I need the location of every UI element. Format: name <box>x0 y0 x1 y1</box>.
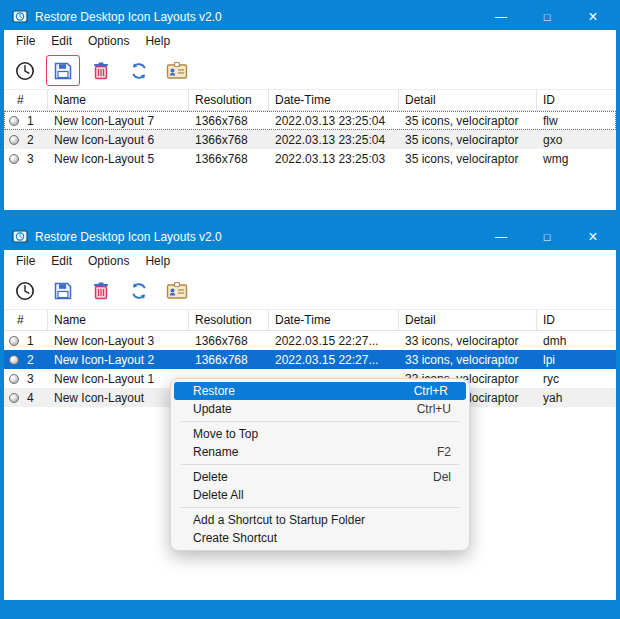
menu-help[interactable]: Help <box>137 251 178 271</box>
row-number: 2 <box>27 133 34 147</box>
row-radio[interactable] <box>9 116 19 126</box>
row-number-cell: 2 <box>4 130 48 149</box>
menu-file[interactable]: File <box>8 31 43 51</box>
refresh-button[interactable] <box>122 275 156 306</box>
context-menu-item-add-shortcut-startup[interactable]: Add a Shortcut to Startup Folder <box>171 511 469 529</box>
app-icon <box>12 229 28 245</box>
context-menu-item-delete[interactable]: Delete Del <box>171 468 469 486</box>
menu-file[interactable]: File <box>8 251 43 271</box>
row-name: New Icon-Layout 7 <box>48 111 189 130</box>
header-resolution[interactable]: Resolution <box>189 90 269 110</box>
menu-options[interactable]: Options <box>80 251 137 271</box>
row-radio[interactable] <box>9 393 19 403</box>
delete-layout-button[interactable] <box>84 55 118 86</box>
table-header: # Name Resolution Date-Time Detail ID <box>4 90 616 111</box>
header-number[interactable]: # <box>4 310 48 330</box>
row-radio[interactable] <box>9 374 19 384</box>
restore-clock-button[interactable] <box>8 275 42 306</box>
header-id[interactable]: ID <box>537 90 616 110</box>
row-id: ryc <box>537 369 616 388</box>
row-detail: 35 icons, velociraptor <box>399 149 537 168</box>
menu-bar: File Edit Options Help <box>4 250 616 272</box>
details-badge-button[interactable] <box>160 55 194 86</box>
refresh-button[interactable] <box>122 55 156 86</box>
row-number-cell: 1 <box>4 111 48 130</box>
row-datetime: 2022.03.13 23:25:03 <box>269 149 399 168</box>
maximize-button[interactable]: □ <box>524 4 570 30</box>
title-bar[interactable]: Restore Desktop Icon Layouts v2.0 — □ × <box>4 4 616 30</box>
close-button[interactable]: × <box>570 224 616 250</box>
row-number-cell: 4 <box>4 388 48 407</box>
header-id[interactable]: ID <box>537 310 616 330</box>
row-number: 4 <box>27 391 34 405</box>
menu-item-shortcut: Ctrl+R <box>414 384 448 398</box>
clock-restore-icon <box>14 60 36 82</box>
row-resolution: 1366x768 <box>189 149 269 168</box>
app-icon <box>12 9 28 25</box>
row-name: New Icon-Layout 6 <box>48 130 189 149</box>
context-menu-item-rename[interactable]: Rename F2 <box>171 443 469 461</box>
menu-item-label: Add a Shortcut to Startup Folder <box>193 513 439 527</box>
context-menu: Restore Ctrl+R Update Ctrl+U Move to Top… <box>170 378 470 551</box>
table-row[interactable]: 1 New Icon-Layout 7 1366x768 2022.03.13 … <box>4 111 616 130</box>
header-resolution[interactable]: Resolution <box>189 310 269 330</box>
context-menu-item-delete-all[interactable]: Delete All <box>171 486 469 504</box>
row-id: wmg <box>537 149 616 168</box>
menu-edit[interactable]: Edit <box>43 31 80 51</box>
row-resolution: 1366x768 <box>189 111 269 130</box>
context-menu-item-restore[interactable]: Restore Ctrl+R <box>174 382 466 400</box>
table-row-selected[interactable]: 2 New Icon-Layout 2 1366x768 2022.03.15 … <box>4 350 616 369</box>
menu-item-label: Create Shortcut <box>193 531 439 545</box>
row-datetime: 2022.03.13 23:25:04 <box>269 111 399 130</box>
save-layout-button[interactable] <box>46 275 80 306</box>
context-menu-item-move-to-top[interactable]: Move to Top <box>171 425 469 443</box>
header-datetime[interactable]: Date-Time <box>269 310 399 330</box>
id-badge-icon <box>166 281 188 301</box>
row-number-cell: 3 <box>4 149 48 168</box>
table-row[interactable]: 3 New Icon-Layout 5 1366x768 2022.03.13 … <box>4 149 616 168</box>
minimize-button[interactable]: — <box>478 4 524 30</box>
menu-item-label: Update <box>193 402 405 416</box>
app-window-top: Restore Desktop Icon Layouts v2.0 — □ × … <box>2 2 618 212</box>
row-number: 1 <box>27 114 34 128</box>
menu-separator <box>181 464 459 465</box>
menu-edit[interactable]: Edit <box>43 251 80 271</box>
row-radio[interactable] <box>9 154 19 164</box>
minimize-button[interactable]: — <box>478 224 524 250</box>
header-number[interactable]: # <box>4 90 48 110</box>
row-number-cell: 2 <box>4 350 48 369</box>
header-detail[interactable]: Detail <box>399 90 537 110</box>
context-menu-item-update[interactable]: Update Ctrl+U <box>171 400 469 418</box>
header-detail[interactable]: Detail <box>399 310 537 330</box>
close-button[interactable]: × <box>570 4 616 30</box>
row-radio[interactable] <box>9 135 19 145</box>
delete-trash-icon <box>91 61 111 81</box>
table-row[interactable]: 2 New Icon-Layout 6 1366x768 2022.03.13 … <box>4 130 616 149</box>
row-resolution: 1366x768 <box>189 331 269 350</box>
restore-clock-button[interactable] <box>8 55 42 86</box>
delete-layout-button[interactable] <box>84 275 118 306</box>
id-badge-icon <box>166 61 188 81</box>
row-resolution: 1366x768 <box>189 130 269 149</box>
row-radio[interactable] <box>9 336 19 346</box>
menu-bar: File Edit Options Help <box>4 30 616 52</box>
header-name[interactable]: Name <box>48 310 189 330</box>
app-window-bottom: Restore Desktop Icon Layouts v2.0 — □ × … <box>2 222 618 602</box>
menu-item-label: Restore <box>193 384 402 398</box>
menu-help[interactable]: Help <box>137 31 178 51</box>
header-name[interactable]: Name <box>48 90 189 110</box>
title-bar[interactable]: Restore Desktop Icon Layouts v2.0 — □ × <box>4 224 616 250</box>
row-radio[interactable] <box>9 355 19 365</box>
refresh-icon <box>129 281 149 301</box>
row-id: yah <box>537 388 616 407</box>
table-row[interactable]: 1 New Icon-Layout 3 1366x768 2022.03.15 … <box>4 331 616 350</box>
context-menu-item-create-shortcut[interactable]: Create Shortcut <box>171 529 469 547</box>
toolbar <box>4 52 616 90</box>
window-controls: — □ × <box>478 4 616 30</box>
header-datetime[interactable]: Date-Time <box>269 90 399 110</box>
row-detail: 35 icons, velociraptor <box>399 130 537 149</box>
maximize-button[interactable]: □ <box>524 224 570 250</box>
menu-options[interactable]: Options <box>80 31 137 51</box>
details-badge-button[interactable] <box>160 275 194 306</box>
save-layout-button[interactable] <box>46 55 80 86</box>
